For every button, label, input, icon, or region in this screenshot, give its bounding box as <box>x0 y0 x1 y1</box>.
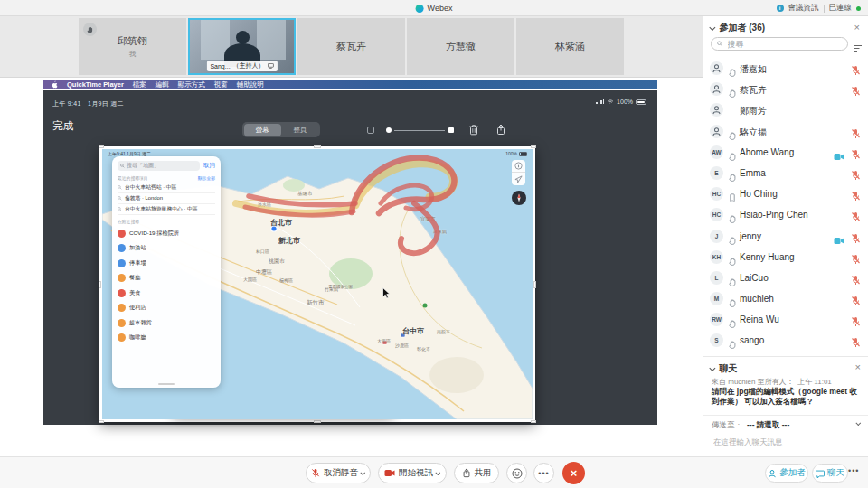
tile-participant-name: 方慧徹 <box>446 40 476 53</box>
close-participants-icon[interactable]: × <box>854 23 860 33</box>
avatar: RW <box>710 313 723 326</box>
nearby-category-item: 餐廳 <box>118 271 215 286</box>
participant-name: 駱立揚 <box>740 127 767 139</box>
leave-meeting-button[interactable]: × <box>562 462 585 484</box>
hand-icon <box>728 68 737 77</box>
participant-row[interactable]: AW Ahome Wang <box>703 142 868 163</box>
collapse-chevron-icon[interactable] <box>709 24 714 30</box>
avatar: L <box>710 271 723 285</box>
shared-screen[interactable]: QuickTime Player 檔案編輯顯示方式視窗輔助說明 上午 9:41 … <box>0 79 703 456</box>
participants-list: 潘嘉如 蔡瓦卉 <box>703 58 868 352</box>
hand-icon <box>728 152 737 161</box>
send-to-row[interactable]: 傳送至： --- 請選取 --- <box>703 415 868 431</box>
participant-row[interactable]: S sango <box>703 330 868 351</box>
share-icon <box>462 468 471 478</box>
mic-muted-icon <box>851 147 861 164</box>
sharing-screen-icon <box>268 63 274 69</box>
participants-panel-header[interactable]: 參加者 (36) <box>711 22 765 34</box>
category-icon <box>118 319 126 327</box>
signal-icon <box>596 99 604 104</box>
more-options-button[interactable]: ••• <box>533 463 554 483</box>
participant-search[interactable] <box>711 37 848 51</box>
avatar-initials: L <box>715 275 719 281</box>
video-tile[interactable]: Sang... Sang... （主持人） <box>188 18 296 75</box>
meeting-info-label[interactable]: 會議資訊 <box>788 3 819 14</box>
participant-row[interactable]: 潘嘉如 <box>703 58 868 79</box>
map-controls <box>512 160 525 185</box>
participant-row[interactable]: HC Hsiao-Ping Chen <box>703 204 868 225</box>
participant-row[interactable]: RW Reina Wu <box>703 309 868 330</box>
participant-row[interactable]: HC Ho Ching <box>703 183 868 204</box>
editor-segmented-control: 螢幕整頁 <box>242 122 320 137</box>
collapse-chevron-icon[interactable] <box>709 365 714 371</box>
mic-muted-icon <box>851 273 861 289</box>
nearby-category-item: 咖啡廳 <box>118 331 215 346</box>
participant-search-input[interactable] <box>726 39 843 50</box>
avatar-initials: HC <box>712 191 721 197</box>
participants-toggle-button[interactable]: 參加者 <box>765 464 808 483</box>
participant-row[interactable]: J jenny <box>703 226 868 247</box>
avatar <box>710 82 723 96</box>
quicktime-menubar: QuickTime Player 檔案編輯顯示方式視窗輔助說明 <box>43 80 657 89</box>
participant-row[interactable]: 駱立揚 <box>703 121 868 142</box>
start-video-button[interactable]: 開始視訊 <box>378 463 447 483</box>
unmute-button[interactable]: 取消靜音 <box>306 463 371 483</box>
panel-more-button[interactable]: ••• <box>848 466 859 475</box>
meeting-info-icon[interactable]: i <box>777 5 784 12</box>
menubar-app-name: QuickTime Player <box>67 80 124 89</box>
participants-icon <box>768 469 777 478</box>
nearby-category-item: 超市雜貨 <box>118 315 215 331</box>
tile-participant-name: 林紫涵 <box>555 40 585 53</box>
sort-icon[interactable] <box>854 40 863 56</box>
participants-title: 參加者 (36) <box>720 22 766 34</box>
participant-row[interactable]: KH Kenny Huang <box>703 247 868 267</box>
video-tile[interactable]: 方慧徹 方慧徹 <box>407 18 514 75</box>
person-icon <box>712 105 722 115</box>
chevron-down-icon[interactable] <box>360 470 365 475</box>
video-tile[interactable]: 蔡瓦卉 蔡瓦卉 <box>297 18 405 75</box>
send-to-dropdown[interactable]: --- 請選取 --- <box>747 420 789 431</box>
mic-muted-icon <box>851 168 861 184</box>
opacity-low-icon <box>367 127 374 134</box>
video-tile[interactable]: 邱筑翎 我 邱筑翎 <box>79 18 186 75</box>
reactions-button[interactable] <box>506 463 527 483</box>
participant-row[interactable]: 鄭雨芳 <box>703 99 868 120</box>
participant-row[interactable]: L LaiCuo <box>703 267 868 288</box>
chat-toggle-button[interactable]: 聊天 <box>812 464 848 483</box>
nearby-header: 在附近搜尋 <box>118 219 139 224</box>
tile-me-label: 我 <box>129 50 137 59</box>
participant-row[interactable]: M muchieh <box>703 288 868 309</box>
hand-icon <box>728 131 737 140</box>
video-tile[interactable]: 林紫涵 林紫涵 <box>516 18 624 75</box>
hand-icon <box>728 89 737 98</box>
titlebar-status: i 會議資訊 已連線 <box>777 0 862 16</box>
chat-panel-header[interactable]: 聊天 <box>711 362 738 375</box>
chat-timestamp: 上午 11:01 <box>797 378 832 386</box>
nearby-category-item: COVID-19 採檢院所 <box>118 226 215 241</box>
hand-icon <box>728 340 737 349</box>
chevron-down-icon[interactable] <box>855 420 861 426</box>
participant-name: 鄭雨芳 <box>740 105 767 117</box>
mouse-cursor <box>382 286 391 303</box>
share-icon <box>495 123 506 139</box>
window-pane <box>257 20 286 60</box>
avatar: HC <box>710 208 723 221</box>
category-icon <box>118 244 126 252</box>
avatar: J <box>710 230 723 243</box>
chat-message-input[interactable] <box>712 436 862 447</box>
participant-name: jenny <box>740 231 761 241</box>
slider-thumb <box>386 127 392 133</box>
participant-name: Kenny Huang <box>740 252 795 262</box>
category-icon <box>118 304 126 312</box>
titlebar: Webex i 會議資訊 已連線 <box>0 0 868 16</box>
opacity-high-icon <box>448 127 454 133</box>
participant-row[interactable]: E Emma <box>703 163 868 183</box>
participant-row[interactable]: 蔡瓦卉 <box>703 79 868 99</box>
chevron-down-icon[interactable] <box>435 470 440 475</box>
map-locate-icon <box>512 173 525 185</box>
close-chat-icon[interactable]: × <box>855 362 861 372</box>
share-button[interactable]: 共用 <box>454 463 499 483</box>
mic-muted-icon <box>851 314 861 331</box>
recent-search-item: 台中火車站舊站 · 中區 <box>118 183 215 193</box>
avatar-initials: KH <box>712 254 721 260</box>
